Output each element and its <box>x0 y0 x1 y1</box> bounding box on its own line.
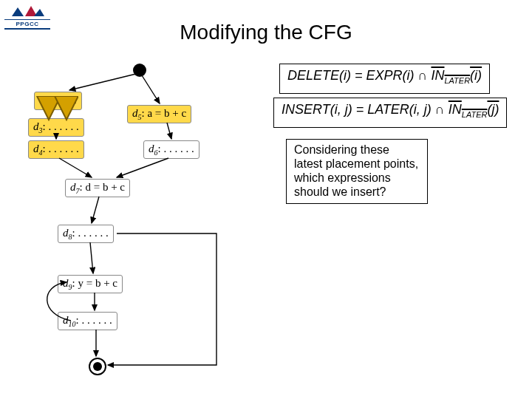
formula-insert-over-sub: LATER <box>462 110 488 119</box>
logo-icon <box>4 4 50 18</box>
note-box: Considering these latest placement point… <box>286 139 428 204</box>
cfg-edges <box>28 64 272 381</box>
formula-insert-over-main: IN <box>449 102 462 117</box>
formula-delete-over-main: IN <box>431 68 444 83</box>
formula-delete-over-sub: LATER <box>444 76 470 85</box>
svg-line-9 <box>90 242 93 273</box>
formula-insert: INSERT(i, j) = LATER(i, j) ∩ INLATER(j) <box>273 98 507 128</box>
svg-line-6 <box>59 158 92 177</box>
svg-line-7 <box>117 158 168 177</box>
svg-line-0 <box>69 74 136 90</box>
note-text: Considering these latest placement point… <box>294 143 418 198</box>
formula-insert-over-tail: (j) <box>487 102 499 117</box>
formula-delete-prefix: DELETE(i) = EXPR(i) ∩ <box>287 68 431 83</box>
svg-line-8 <box>92 197 99 223</box>
formula-insert-prefix: INSERT(i, j) = LATER(i, j) ∩ <box>282 102 449 117</box>
formula-delete-over-tail: (i) <box>470 68 482 83</box>
svg-line-5 <box>167 123 171 139</box>
cfg-diagram: d2: c = 2 d3: . . . . . . d4: . . . . . … <box>28 64 272 381</box>
page-title: Modifying the CFG <box>0 21 532 44</box>
formula-delete: DELETE(i) = EXPR(i) ∩ INLATER(i) <box>279 64 490 94</box>
svg-line-1 <box>142 75 160 103</box>
